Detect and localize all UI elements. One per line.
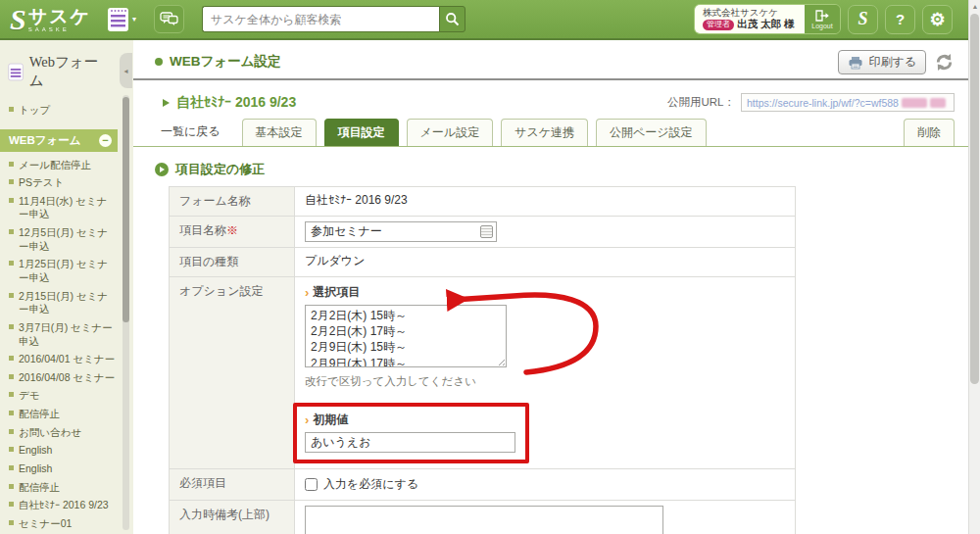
sub-arrow-icon: › — [305, 413, 309, 426]
tab[interactable]: 公開ページ設定 — [596, 119, 707, 146]
tab[interactable]: 項目設定 — [324, 119, 399, 146]
search-button[interactable] — [439, 6, 466, 32]
sidebar-item[interactable]: 12月5日(月) セミナー申込 — [0, 224, 118, 256]
bullet-icon — [9, 429, 14, 434]
tab-bar: 一覧に戻る 基本設定 項目設定 メール設定 サスケ連携 公開ページ設定 削除 — [133, 121, 968, 147]
required-checkbox[interactable] — [305, 478, 318, 491]
sidebar-item[interactable]: English — [0, 461, 118, 479]
notebook-icon — [8, 63, 24, 81]
table-row: フォーム名称 自社ｾﾐﾅｰ 2016 9/23 — [170, 187, 796, 217]
note-top-textarea[interactable] — [305, 506, 663, 534]
sidebar-item[interactable]: セミナー01 — [0, 514, 118, 533]
item-name-input[interactable] — [305, 221, 497, 242]
bullet-icon — [9, 502, 14, 507]
required-checkbox-label: 入力を必須にする — [323, 476, 418, 493]
bullet-icon — [9, 162, 14, 167]
sidebar-scrollbar-thumb[interactable] — [122, 97, 129, 322]
refresh-icon[interactable] — [934, 52, 955, 73]
chat-button[interactable] — [154, 5, 184, 33]
redacted-text — [930, 98, 946, 108]
table-row: 入力時備考(上部) 入力フォームの上部に表示する、入力時の注意事項等を記入してく… — [170, 501, 796, 534]
bullet-icon — [9, 520, 14, 525]
annotation-red-box: › 初期値 — [293, 403, 529, 463]
redacted-text — [902, 98, 927, 108]
scroll-up-icon[interactable]: ▲ — [969, 0, 980, 13]
table-row: 必須項目 入力を必須にする — [170, 469, 796, 501]
print-button[interactable]: 印刷する — [838, 50, 926, 74]
settings-button[interactable]: ⚙ — [922, 5, 953, 34]
sidebar-item[interactable]: PSテスト — [0, 174, 118, 193]
help-button[interactable]: ? — [885, 5, 915, 34]
tab[interactable]: メール設定 — [407, 119, 494, 146]
sidebar-item[interactable]: デモ — [0, 387, 118, 406]
sidebar-collapse-button[interactable]: ◂ — [120, 53, 132, 88]
form-name-value: 自社ｾﾐﾅｰ 2016 9/23 — [295, 187, 796, 217]
sidebar-item[interactable]: English — [0, 442, 118, 461]
sidebar-item[interactable]: 自社ｾﾐﾅｰ 2016 9/23 — [0, 497, 118, 515]
choices-textarea[interactable]: 2月2日(木) 15時～ 2月2日(木) 17時～ 2月9日(木) 15時～ 2… — [305, 305, 507, 367]
tab[interactable]: サスケ連携 — [501, 119, 588, 146]
back-to-list-link[interactable]: 一覧に戻る — [161, 123, 220, 146]
bullet-icon — [9, 324, 14, 329]
bullet-icon — [9, 392, 14, 397]
sidebar-item-label: トップ — [19, 104, 50, 118]
apps-menu-button[interactable]: ▾ — [107, 7, 136, 32]
ime-icon[interactable] — [480, 225, 493, 238]
sidebar-item-label: 2016/04/01 セミナー — [19, 353, 115, 366]
role-badge: 管理者 — [703, 20, 734, 30]
logo-subtext: SAASKE — [28, 26, 91, 32]
sidebar-item[interactable]: 2月15日(月) セミナー申込 — [0, 287, 118, 318]
sidebar: Webフォーム トップ WEBフォーム − メール配信停止 PSテスト 11月4… — [0, 40, 118, 534]
logout-icon — [815, 10, 830, 22]
saaske-home-button[interactable]: S — [848, 5, 878, 34]
sidebar-item-top[interactable]: トップ — [0, 98, 118, 123]
sidebar-item[interactable]: 配信停止 — [0, 406, 118, 424]
bullet-icon — [9, 447, 14, 452]
default-value-label: › 初期値 — [305, 412, 515, 428]
public-url-value[interactable]: https://secure-link.jp/wf/?c=wf588 — [741, 93, 955, 112]
required-checkbox-row: 入力を必須にする — [305, 474, 785, 495]
field-label: 項目名称※ — [170, 217, 295, 248]
search-input[interactable] — [202, 6, 439, 32]
sidebar-section-webform[interactable]: WEBフォーム − — [0, 129, 118, 152]
logout-button[interactable]: Logout — [805, 5, 840, 33]
browser-scrollbar[interactable]: ▲ — [968, 0, 980, 534]
chat-icon — [160, 12, 178, 26]
print-label: 印刷する — [868, 54, 916, 71]
user-account-box: 株式会社サスケケ 管理者 出茂 太郎 様 Logout — [694, 4, 841, 34]
sidebar-item-label: English — [19, 462, 52, 476]
sidebar-item[interactable]: 1月25日(月) セミナー申込 — [0, 256, 118, 287]
options-cell: › 選択項目 2月2日(木) 15時～ 2月2日(木) 17時～ 2月9日(木)… — [295, 277, 796, 469]
collapse-arrow-icon: ◂ — [123, 67, 127, 75]
tabs: 基本設定 項目設定 メール設定 サスケ連携 公開ページ設定 — [242, 119, 904, 146]
sidebar-item[interactable]: 11月4日(水) セミナー申込 — [0, 192, 118, 223]
sidebar-item[interactable]: お問い合わせ — [0, 423, 118, 442]
bullet-icon — [9, 179, 14, 184]
bullet-icon — [9, 484, 14, 489]
form-title: 自社ｾﾐﾅｰ 2016 9/23 — [163, 94, 296, 112]
sidebar-scrollbar-track[interactable] — [122, 95, 129, 530]
sidebar-item[interactable]: 2016/04/01 セミナー — [0, 351, 118, 369]
global-search — [202, 6, 466, 32]
field-label: 必須項目 — [170, 469, 295, 501]
sidebar-item-label: 3月7日(月) セミナー申込 — [19, 321, 116, 348]
sidebar-item[interactable]: メール配信停止 — [0, 156, 118, 174]
saaske-logo[interactable]: S サスケ SAASKE — [10, 5, 91, 34]
section-label: WEBフォーム — [9, 133, 81, 148]
company-name: 株式会社サスケケ — [703, 7, 797, 18]
delete-tab[interactable]: 削除 — [904, 119, 955, 146]
sidebar-item[interactable]: 3月7日(月) セミナー申込 — [0, 318, 118, 350]
topbar: S サスケ SAASKE ▾ — [0, 0, 968, 40]
sidebar-item[interactable]: 2016/04/08 セミナー — [0, 368, 118, 387]
collapse-section-icon[interactable]: − — [99, 134, 112, 147]
item-settings-table: フォーム名称 自社ｾﾐﾅｰ 2016 9/23 項目名称※ 項目の種類 プルダウ… — [169, 186, 796, 534]
sidebar-item[interactable]: 配信停止 — [0, 478, 118, 497]
chevron-down-icon: ▾ — [132, 15, 136, 24]
default-value-input[interactable] — [305, 432, 515, 453]
bullet-icon — [9, 465, 14, 470]
section-title: 項目設定の修正 — [133, 147, 968, 186]
bullet-icon — [9, 198, 14, 203]
scrollbar-thumb[interactable] — [970, 14, 979, 384]
tab[interactable]: 基本設定 — [242, 119, 317, 146]
choices-hint: 改行で区切って入力してください — [305, 374, 785, 389]
